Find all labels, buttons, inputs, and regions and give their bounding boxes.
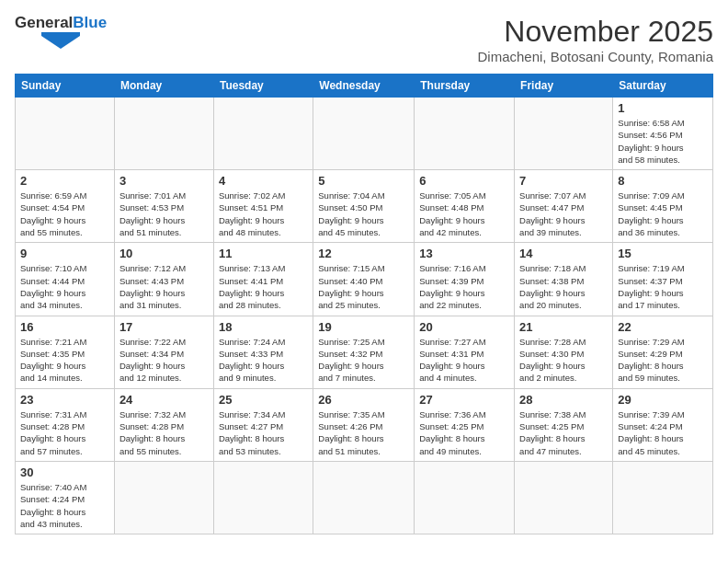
day-info: Sunrise: 7:15 AM Sunset: 4:40 PM Dayligh…: [318, 262, 409, 311]
calendar-day-cell: 28Sunrise: 7:38 AM Sunset: 4:25 PM Dayli…: [515, 388, 613, 461]
month-title: November 2025: [477, 15, 713, 49]
day-number: 28: [519, 393, 608, 407]
day-number: 21: [519, 320, 608, 334]
day-number: 10: [119, 247, 209, 260]
calendar-day-cell: 17Sunrise: 7:22 AM Sunset: 4:34 PM Dayli…: [114, 316, 213, 388]
day-info: Sunrise: 7:25 AM Sunset: 4:32 PM Dayligh…: [318, 336, 409, 385]
calendar-day-cell: 19Sunrise: 7:25 AM Sunset: 4:32 PM Dayli…: [313, 316, 415, 388]
weekday-header-wednesday: Wednesday: [313, 75, 415, 98]
day-info: Sunrise: 7:19 AM Sunset: 4:37 PM Dayligh…: [618, 262, 708, 311]
day-info: Sunrise: 7:27 AM Sunset: 4:31 PM Dayligh…: [419, 336, 509, 385]
day-info: Sunrise: 7:36 AM Sunset: 4:25 PM Dayligh…: [419, 408, 509, 457]
calendar-day-cell: 6Sunrise: 7:05 AM Sunset: 4:48 PM Daylig…: [415, 170, 515, 243]
calendar-day-cell: [114, 461, 213, 534]
day-info: Sunrise: 7:35 AM Sunset: 4:26 PM Dayligh…: [318, 408, 409, 457]
calendar-day-cell: 7Sunrise: 7:07 AM Sunset: 4:47 PM Daylig…: [515, 170, 613, 243]
day-number: 15: [618, 247, 708, 260]
calendar-day-cell: 4Sunrise: 7:02 AM Sunset: 4:51 PM Daylig…: [213, 170, 313, 243]
day-number: 5: [318, 174, 409, 188]
calendar-week-row: 16Sunrise: 7:21 AM Sunset: 4:35 PM Dayli…: [16, 316, 713, 388]
day-info: Sunrise: 7:38 AM Sunset: 4:25 PM Dayligh…: [519, 408, 608, 457]
day-number: 16: [20, 320, 109, 334]
day-number: 3: [119, 174, 209, 188]
day-info: Sunrise: 7:05 AM Sunset: 4:48 PM Dayligh…: [419, 190, 509, 238]
weekday-header-row: SundayMondayTuesdayWednesdayThursdayFrid…: [16, 75, 713, 98]
weekday-header-friday: Friday: [515, 75, 613, 98]
day-number: 18: [219, 320, 308, 334]
calendar-day-cell: 18Sunrise: 7:24 AM Sunset: 4:33 PM Dayli…: [213, 316, 313, 388]
calendar-day-cell: 8Sunrise: 7:09 AM Sunset: 4:45 PM Daylig…: [613, 170, 713, 243]
calendar-day-cell: 30Sunrise: 7:40 AM Sunset: 4:24 PM Dayli…: [16, 461, 115, 534]
calendar-day-cell: 16Sunrise: 7:21 AM Sunset: 4:35 PM Dayli…: [16, 316, 115, 388]
location-subtitle: Dimacheni, Botosani County, Romania: [477, 49, 713, 64]
title-area: November 2025 Dimacheni, Botosani County…: [477, 15, 713, 64]
day-number: 27: [419, 393, 509, 407]
calendar-day-cell: 24Sunrise: 7:32 AM Sunset: 4:28 PM Dayli…: [114, 388, 213, 461]
day-number: 1: [618, 101, 708, 115]
day-info: Sunrise: 7:29 AM Sunset: 4:29 PM Dayligh…: [618, 336, 708, 385]
calendar-table: SundayMondayTuesdayWednesdayThursdayFrid…: [15, 74, 713, 534]
weekday-header-thursday: Thursday: [415, 75, 515, 98]
day-number: 24: [119, 393, 209, 407]
calendar-day-cell: 25Sunrise: 7:34 AM Sunset: 4:27 PM Dayli…: [213, 388, 313, 461]
calendar-day-cell: [415, 98, 515, 170]
calendar-day-cell: [213, 98, 313, 170]
weekday-header-sunday: Sunday: [16, 75, 115, 98]
day-number: 4: [219, 174, 308, 188]
page-header: GeneralBlue November 2025 Dimacheni, Bot…: [15, 15, 713, 64]
calendar-day-cell: [213, 461, 313, 534]
day-info: Sunrise: 7:28 AM Sunset: 4:30 PM Dayligh…: [519, 336, 608, 385]
calendar-day-cell: 11Sunrise: 7:13 AM Sunset: 4:41 PM Dayli…: [213, 243, 313, 316]
calendar-day-cell: [415, 461, 515, 534]
calendar-day-cell: 9Sunrise: 7:10 AM Sunset: 4:44 PM Daylig…: [16, 243, 115, 316]
calendar-week-row: 9Sunrise: 7:10 AM Sunset: 4:44 PM Daylig…: [16, 243, 713, 316]
weekday-header-saturday: Saturday: [613, 75, 713, 98]
day-info: Sunrise: 7:39 AM Sunset: 4:24 PM Dayligh…: [618, 408, 708, 457]
day-number: 2: [20, 174, 109, 188]
day-number: 22: [618, 320, 708, 334]
weekday-header-tuesday: Tuesday: [213, 75, 313, 98]
calendar-day-cell: 12Sunrise: 7:15 AM Sunset: 4:40 PM Dayli…: [313, 243, 415, 316]
calendar-day-cell: [313, 98, 415, 170]
day-number: 13: [419, 247, 509, 260]
weekday-header-monday: Monday: [114, 75, 213, 98]
day-number: 30: [20, 465, 109, 479]
logo-blue: Blue: [73, 14, 107, 31]
day-info: Sunrise: 7:18 AM Sunset: 4:38 PM Dayligh…: [519, 262, 608, 311]
calendar-day-cell: 2Sunrise: 6:59 AM Sunset: 4:54 PM Daylig…: [16, 170, 115, 243]
day-number: 19: [318, 320, 409, 334]
day-info: Sunrise: 7:01 AM Sunset: 4:53 PM Dayligh…: [119, 190, 209, 238]
day-info: Sunrise: 7:22 AM Sunset: 4:34 PM Dayligh…: [119, 336, 209, 385]
day-info: Sunrise: 7:34 AM Sunset: 4:27 PM Dayligh…: [219, 408, 308, 457]
day-number: 25: [219, 393, 308, 407]
calendar-day-cell: 23Sunrise: 7:31 AM Sunset: 4:28 PM Dayli…: [16, 388, 115, 461]
day-number: 29: [618, 393, 708, 407]
calendar-day-cell: [114, 98, 213, 170]
day-number: 11: [219, 247, 308, 260]
day-info: Sunrise: 7:07 AM Sunset: 4:47 PM Dayligh…: [519, 190, 608, 238]
calendar-week-row: 1Sunrise: 6:58 AM Sunset: 4:56 PM Daylig…: [16, 98, 713, 170]
day-number: 26: [318, 393, 409, 407]
day-number: 7: [519, 174, 608, 188]
calendar-day-cell: [515, 461, 613, 534]
day-info: Sunrise: 7:09 AM Sunset: 4:45 PM Dayligh…: [618, 190, 708, 238]
calendar-day-cell: 29Sunrise: 7:39 AM Sunset: 4:24 PM Dayli…: [613, 388, 713, 461]
calendar-day-cell: [313, 461, 415, 534]
calendar-day-cell: 22Sunrise: 7:29 AM Sunset: 4:29 PM Dayli…: [613, 316, 713, 388]
day-number: 14: [519, 247, 608, 260]
day-info: Sunrise: 6:59 AM Sunset: 4:54 PM Dayligh…: [20, 190, 109, 238]
day-number: 23: [20, 393, 109, 407]
logo: GeneralBlue: [15, 15, 107, 49]
day-number: 17: [119, 320, 209, 334]
calendar-day-cell: 27Sunrise: 7:36 AM Sunset: 4:25 PM Dayli…: [415, 388, 515, 461]
day-info: Sunrise: 7:32 AM Sunset: 4:28 PM Dayligh…: [119, 408, 209, 457]
calendar-day-cell: 21Sunrise: 7:28 AM Sunset: 4:30 PM Dayli…: [515, 316, 613, 388]
calendar-week-row: 30Sunrise: 7:40 AM Sunset: 4:24 PM Dayli…: [16, 461, 713, 534]
day-info: Sunrise: 7:31 AM Sunset: 4:28 PM Dayligh…: [20, 408, 109, 457]
calendar-day-cell: [515, 98, 613, 170]
day-info: Sunrise: 7:10 AM Sunset: 4:44 PM Dayligh…: [20, 262, 109, 311]
calendar-day-cell: 5Sunrise: 7:04 AM Sunset: 4:50 PM Daylig…: [313, 170, 415, 243]
calendar-day-cell: 1Sunrise: 6:58 AM Sunset: 4:56 PM Daylig…: [613, 98, 713, 170]
day-number: 20: [419, 320, 509, 334]
day-info: Sunrise: 7:02 AM Sunset: 4:51 PM Dayligh…: [219, 190, 308, 238]
